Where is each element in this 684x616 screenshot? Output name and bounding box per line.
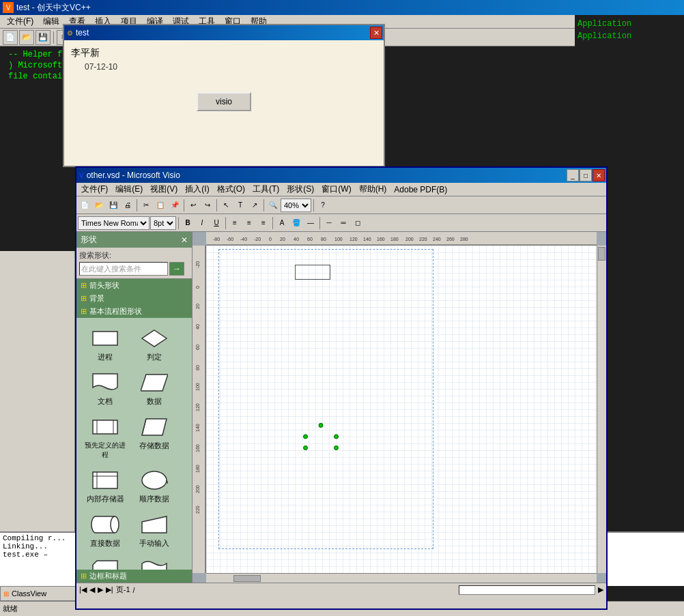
vf-align-center[interactable]: ≡ bbox=[242, 216, 256, 230]
shape-decision-label: 判定 bbox=[147, 352, 162, 362]
shape-predef[interactable]: 预先定义的进程 bbox=[82, 412, 128, 463]
visio-close-btn[interactable]: ✕ bbox=[593, 169, 605, 181]
handle-right-middle[interactable] bbox=[334, 435, 339, 439]
vt-sep4 bbox=[263, 199, 264, 211]
vt-sep5 bbox=[313, 199, 314, 211]
shapes-search-input[interactable] bbox=[79, 262, 168, 276]
shapes-category-flow[interactable]: ⊞ 基本流程图形状 bbox=[76, 305, 192, 318]
visio-size-select[interactable]: 8pt bbox=[150, 216, 176, 230]
vt-copy[interactable]: 📋 bbox=[154, 199, 167, 212]
svg-text:-20: -20 bbox=[254, 237, 261, 241]
vt-print[interactable]: 🖨 bbox=[121, 199, 134, 212]
vf-bold[interactable]: B bbox=[181, 216, 195, 230]
canvas-rect-shape[interactable] bbox=[295, 265, 330, 280]
vf-align-right[interactable]: ≡ bbox=[257, 216, 270, 230]
visio-menu-shapes[interactable]: 形状(S) bbox=[283, 183, 317, 196]
shape-process[interactable]: 进程 bbox=[82, 323, 128, 365]
visio-restore-btn[interactable]: □ bbox=[580, 169, 592, 181]
shapes-category-arrows[interactable]: ⊞ 箭头形状 bbox=[76, 279, 192, 292]
shapes-search: 搜索形状: → bbox=[76, 248, 192, 279]
visio-canvas[interactable] bbox=[206, 246, 597, 573]
vf-shadow[interactable]: ◻ bbox=[351, 216, 365, 230]
handle-top-center[interactable] bbox=[319, 423, 324, 428]
vc-menu-file[interactable]: 文件(F) bbox=[3, 14, 38, 29]
vf-underline[interactable]: U bbox=[210, 216, 223, 230]
shape-data[interactable]: 数据 bbox=[131, 368, 177, 409]
hscroll-thumb[interactable] bbox=[233, 575, 261, 582]
visio-scrollbar-status[interactable] bbox=[459, 585, 595, 595]
vt-cut[interactable]: ✂ bbox=[139, 199, 153, 212]
tb-new[interactable]: 📄 bbox=[3, 30, 18, 45]
visio-zoom-select[interactable]: 40% 50% 75% 100% bbox=[281, 199, 311, 212]
canvas-selected-shape[interactable] bbox=[306, 426, 336, 448]
visio-menu-help[interactable]: 帮助(H) bbox=[356, 183, 390, 196]
tb-open[interactable]: 📂 bbox=[19, 30, 34, 45]
vscroll-thumb[interactable] bbox=[598, 247, 605, 261]
test-dialog-close-btn[interactable]: ✕ bbox=[370, 27, 382, 39]
visio-page-label: 页-1 bbox=[116, 585, 130, 595]
visio-menu-tools[interactable]: 工具(T) bbox=[249, 183, 283, 196]
vf-linestyle[interactable]: ─ bbox=[322, 216, 336, 230]
visio-menu-view[interactable]: 视图(V) bbox=[147, 183, 181, 196]
vt-sep1 bbox=[137, 199, 137, 211]
shape-storage[interactable]: 存储数据 bbox=[131, 412, 177, 463]
vf-italic[interactable]: I bbox=[195, 216, 209, 230]
vt-help[interactable]: ? bbox=[316, 199, 330, 212]
vt-open[interactable]: 📂 bbox=[92, 199, 106, 212]
vt-redo[interactable]: ↪ bbox=[201, 199, 214, 212]
handle-left-middle[interactable] bbox=[303, 435, 308, 439]
vc-menu-edit[interactable]: 编辑 bbox=[39, 14, 63, 29]
svg-text:140: 140 bbox=[195, 424, 200, 432]
shape-direct[interactable]: 直接数据 bbox=[82, 510, 128, 551]
visio-menu-insert[interactable]: 插入(I) bbox=[182, 183, 212, 196]
shape-decision[interactable]: 判定 bbox=[131, 323, 177, 365]
category-label-3: 基本流程图形状 bbox=[89, 306, 142, 317]
visio-menu-window[interactable]: 窗口(W) bbox=[318, 183, 354, 196]
vf-align-left[interactable]: ≡ bbox=[228, 216, 242, 230]
vt-connect[interactable]: ↗ bbox=[248, 199, 261, 212]
shape-sequential[interactable]: 顺序数据 bbox=[131, 465, 177, 507]
visio-canvas-wrap[interactable]: -80 -60 -40 -20 0 20 40 60 80 100 120 14… bbox=[193, 232, 606, 583]
shapes-category-bottom[interactable]: ⊞ 边框和标题 bbox=[76, 570, 192, 583]
vf-fontcolor[interactable]: A bbox=[275, 216, 289, 230]
vf-linecolor[interactable]: — bbox=[304, 216, 317, 230]
shapes-grid: 进程 判定 文档 bbox=[76, 318, 192, 583]
visio-scrollbar-v[interactable] bbox=[597, 246, 606, 573]
visio-nav-first[interactable]: |◀ bbox=[79, 585, 87, 594]
shapes-search-btn[interactable]: → bbox=[169, 262, 184, 276]
visio-menu-file[interactable]: 文件(F) bbox=[78, 183, 111, 196]
vt-paste[interactable]: 📌 bbox=[168, 199, 182, 212]
vf-lineweight[interactable]: ═ bbox=[337, 216, 350, 230]
test-dialog-visio-btn[interactable]: visio bbox=[197, 92, 251, 111]
visio-nav-prev[interactable]: ◀ bbox=[89, 585, 95, 594]
handle-bottom-left[interactable] bbox=[303, 445, 308, 450]
vt-save[interactable]: 💾 bbox=[106, 199, 120, 212]
vt-zoom-in[interactable]: 🔍 bbox=[266, 199, 280, 212]
vt-new[interactable]: 📄 bbox=[78, 199, 91, 212]
vt-undo[interactable]: ↩ bbox=[186, 199, 200, 212]
shape-data-label: 数据 bbox=[147, 396, 162, 407]
visio-scrollbar-h[interactable] bbox=[206, 573, 597, 583]
vf-fillcolor[interactable]: 🪣 bbox=[289, 216, 303, 230]
visio-nav-last[interactable]: ▶| bbox=[106, 585, 113, 594]
svg-marker-1 bbox=[142, 330, 167, 347]
category-icon-1: ⊞ bbox=[81, 281, 87, 290]
shape-manual-input[interactable]: 手动输入 bbox=[131, 510, 177, 551]
tb-save[interactable]: 💾 bbox=[35, 30, 51, 45]
shape-doc[interactable]: 文档 bbox=[82, 368, 128, 409]
visio-menu-format[interactable]: 格式(O) bbox=[214, 183, 248, 196]
shapes-category-bg[interactable]: ⊞ 背景 bbox=[76, 292, 192, 305]
visio-status-end-btn[interactable]: ▶ bbox=[598, 585, 603, 594]
svg-text:40: 40 bbox=[294, 237, 299, 241]
visio-font-select[interactable]: Times New Roman bbox=[78, 216, 149, 230]
visio-menu-pdf[interactable]: Adobe PDF(B) bbox=[390, 184, 451, 195]
vt-text[interactable]: T bbox=[233, 199, 247, 212]
svg-text:80: 80 bbox=[321, 237, 326, 241]
shape-internal[interactable]: 内部存储器 bbox=[82, 465, 128, 507]
visio-menu-edit[interactable]: 编辑(E) bbox=[112, 183, 146, 196]
handle-bottom-right[interactable] bbox=[334, 445, 339, 450]
shapes-close-icon[interactable]: ✕ bbox=[181, 235, 188, 245]
vt-pointer[interactable]: ↖ bbox=[219, 199, 233, 212]
visio-nav-next[interactable]: ▶ bbox=[98, 585, 103, 594]
visio-min-btn[interactable]: _ bbox=[567, 169, 579, 181]
